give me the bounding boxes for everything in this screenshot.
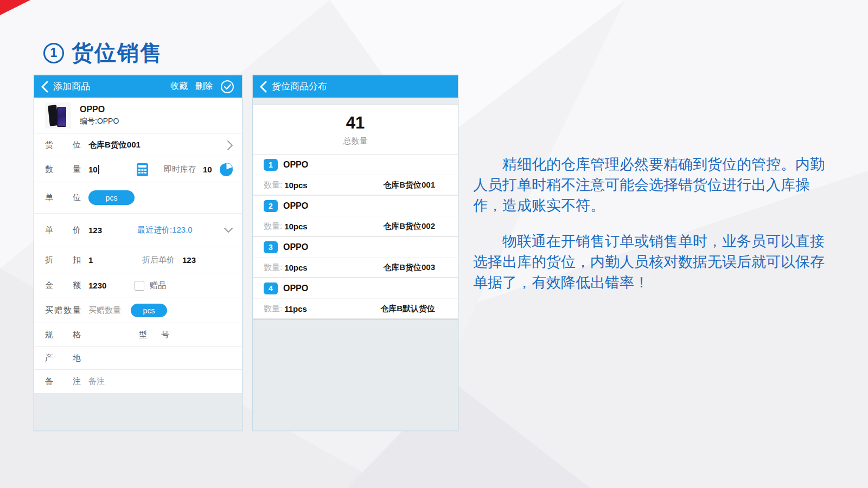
total-summary: 41 总数量 bbox=[253, 105, 458, 155]
buy-gift-placeholder: 买赠数量 bbox=[88, 305, 121, 316]
field-row-note[interactable]: 备注 备注 bbox=[34, 370, 242, 394]
stock-value: 10 bbox=[203, 165, 212, 174]
favorite-button[interactable]: 收藏 bbox=[170, 81, 188, 92]
item-qty-label: 数量: bbox=[264, 304, 282, 314]
item-index-badge: 4 bbox=[264, 282, 278, 294]
quantity-input[interactable]: 10 bbox=[88, 165, 136, 174]
spec-label: 规格 bbox=[45, 330, 81, 340]
note-label: 备注 bbox=[45, 376, 81, 387]
header-divider-strip bbox=[253, 98, 458, 105]
phone-front-shape bbox=[57, 107, 66, 127]
unit-label: 单位 bbox=[45, 192, 81, 203]
item-name: OPPO bbox=[283, 284, 308, 293]
chevron-down-icon bbox=[224, 227, 233, 233]
slot-label: 货位 bbox=[45, 140, 81, 150]
slide-canvas: 1 货位销售 添加商品 收藏 删除 bbox=[0, 0, 868, 488]
item-qty-label: 数量: bbox=[264, 221, 282, 232]
price-value: 123 bbox=[88, 226, 137, 235]
title-number-badge: 1 bbox=[43, 43, 64, 63]
screenshot-add-product: 添加商品 收藏 删除 OPPO 编号:OPPO 货位 bbox=[34, 75, 242, 431]
description-paragraph-2: 物联通在开销售订单或销售单时，业务员可以直接选择出库的货位，内勤人员核对数据无误… bbox=[473, 231, 828, 293]
delete-button[interactable]: 删除 bbox=[195, 81, 213, 92]
item-qty-value: 10pcs bbox=[284, 222, 308, 231]
item-name: OPPO bbox=[283, 201, 308, 211]
buy-gift-unit-button[interactable]: pcs bbox=[131, 304, 167, 317]
item-name: OPPO bbox=[283, 242, 308, 252]
stock-label: 即时库存 bbox=[164, 164, 196, 175]
distribution-header: 货位商品分布 bbox=[253, 75, 458, 98]
pie-chart-icon[interactable] bbox=[219, 163, 233, 177]
chevron-left-icon bbox=[41, 81, 49, 93]
field-row-discount[interactable]: 折扣 1 折后单价 123 bbox=[34, 247, 242, 273]
description-paragraph-1: 精细化的仓库管理必然要精确到货位的管控。内勤人员打单时稍不注意可能会选择错货位进… bbox=[473, 154, 828, 216]
item-qty-value: 11pcs bbox=[284, 304, 307, 313]
total-quantity-label: 总数量 bbox=[253, 136, 458, 146]
confirm-check-circle-icon[interactable] bbox=[220, 80, 234, 94]
model-label: 型号 bbox=[139, 330, 169, 340]
distribution-item[interactable]: 4 OPPO 数量: 11pcs 仓库B默认货位 bbox=[253, 278, 458, 319]
product-image bbox=[45, 102, 71, 129]
gift-checkbox[interactable] bbox=[135, 281, 144, 291]
product-name: OPPO bbox=[80, 105, 119, 114]
discounted-price-value: 123 bbox=[182, 255, 196, 265]
field-row-buy-gift-qty[interactable]: 买赠数量 买赠数量 pcs bbox=[34, 298, 242, 323]
gift-label: 赠品 bbox=[150, 280, 166, 291]
total-quantity-value: 41 bbox=[253, 113, 458, 133]
discount-label: 折扣 bbox=[45, 255, 81, 265]
amount-label: 金额 bbox=[45, 280, 81, 291]
amount-value: 1230 bbox=[88, 281, 135, 290]
distribution-item[interactable]: 1 OPPO 数量: 10pcs 仓库B货位001 bbox=[253, 155, 458, 196]
field-row-unit: 单位 pcs bbox=[34, 182, 242, 214]
product-summary-row: OPPO 编号:OPPO bbox=[34, 98, 242, 133]
field-row-slot[interactable]: 货位 仓库B货位001 bbox=[34, 133, 242, 157]
product-code: 编号:OPPO bbox=[80, 117, 119, 126]
description-block: 精细化的仓库管理必然要精确到货位的管控。内勤人员打单时稍不注意可能会选择错货位进… bbox=[473, 154, 828, 293]
distribution-item[interactable]: 2 OPPO 数量: 10pcs 仓库B货位002 bbox=[253, 196, 458, 237]
item-qty-label: 数量: bbox=[264, 262, 282, 273]
item-location: 仓库B货位003 bbox=[383, 262, 435, 273]
item-name: OPPO bbox=[283, 160, 308, 170]
item-qty-value: 10pcs bbox=[284, 181, 308, 190]
item-location: 仓库B默认货位 bbox=[380, 304, 435, 314]
recent-purchase-price[interactable]: 最近进价:123.0 bbox=[137, 225, 193, 235]
note-placeholder: 备注 bbox=[88, 376, 105, 387]
field-row-quantity[interactable]: 数量 10 即时库存 10 bbox=[34, 157, 242, 182]
text-caret bbox=[98, 165, 99, 174]
screen-title: 货位商品分布 bbox=[272, 80, 327, 93]
chevron-left-icon bbox=[259, 81, 267, 93]
back-button[interactable]: 货位商品分布 bbox=[259, 80, 327, 93]
origin-label: 产地 bbox=[45, 353, 81, 363]
discount-value: 1 bbox=[88, 255, 142, 265]
distribution-item[interactable]: 3 OPPO 数量: 10pcs 仓库B货位003 bbox=[253, 237, 458, 278]
field-row-spec-model[interactable]: 规格 型号 bbox=[34, 323, 242, 347]
field-row-amount[interactable]: 金额 1230 赠品 bbox=[34, 273, 242, 298]
buy-gift-label: 买赠数量 bbox=[45, 305, 81, 316]
screenshot-slot-distribution: 货位商品分布 41 总数量 1 OPPO 数量: 10pcs 仓库B货位001 … bbox=[252, 75, 458, 431]
add-product-header: 添加商品 收藏 删除 bbox=[34, 75, 242, 98]
item-location: 仓库B货位001 bbox=[383, 180, 435, 190]
back-button[interactable]: 添加商品 bbox=[41, 80, 90, 93]
item-index-badge: 3 bbox=[264, 241, 278, 253]
item-index-badge: 2 bbox=[264, 200, 278, 212]
screen-filler bbox=[34, 394, 242, 431]
item-qty-label: 数量: bbox=[264, 180, 282, 190]
page-title-text: 货位销售 bbox=[72, 38, 163, 68]
slot-value: 仓库B货位001 bbox=[88, 140, 141, 150]
item-location: 仓库B货位002 bbox=[383, 221, 435, 232]
unit-pcs-button[interactable]: pcs bbox=[88, 190, 135, 205]
calculator-icon[interactable] bbox=[136, 163, 149, 177]
item-qty-value: 10pcs bbox=[284, 263, 308, 272]
field-row-origin[interactable]: 产地 bbox=[34, 347, 242, 370]
chevron-right-icon bbox=[227, 140, 233, 151]
discounted-price-label: 折后单价 bbox=[142, 255, 175, 265]
page-title: 1 货位销售 bbox=[43, 38, 163, 68]
field-row-price[interactable]: 单价 123 最近进价:123.0 bbox=[34, 214, 242, 247]
back-label: 添加商品 bbox=[53, 80, 90, 93]
price-label: 单价 bbox=[45, 225, 81, 235]
item-index-badge: 1 bbox=[264, 159, 278, 171]
screen-filler bbox=[253, 319, 458, 431]
quantity-label: 数量 bbox=[45, 164, 81, 175]
